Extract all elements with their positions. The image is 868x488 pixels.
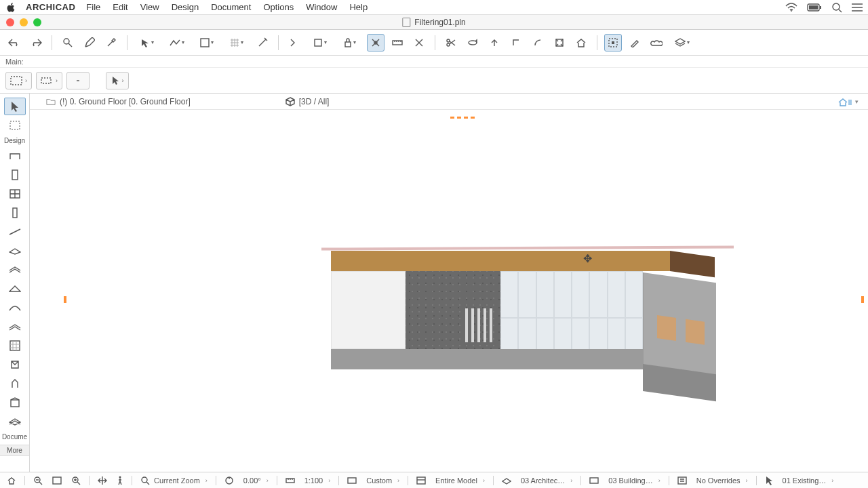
pen-button[interactable] xyxy=(81,34,98,52)
close-window[interactable] xyxy=(6,18,14,26)
model-button[interactable] xyxy=(414,474,429,487)
battery-icon[interactable] xyxy=(807,3,822,12)
frame-sel-tool[interactable] xyxy=(604,34,622,52)
eyedrop-button[interactable] xyxy=(102,34,120,52)
zoom-in-button[interactable] xyxy=(68,474,83,487)
menu-window[interactable]: Window xyxy=(306,2,337,12)
walk-button[interactable] xyxy=(114,474,126,487)
link-tool[interactable] xyxy=(66,72,90,89)
measure-tool[interactable] xyxy=(389,34,406,52)
expand-tool[interactable] xyxy=(551,34,568,52)
svg-rect-17 xyxy=(11,77,22,85)
menu-file[interactable]: File xyxy=(86,2,100,12)
marquee-tool[interactable] xyxy=(4,117,26,134)
layers-drop[interactable]: ▾ xyxy=(669,34,695,52)
beam-palette[interactable] xyxy=(4,223,26,241)
corner-tool[interactable] xyxy=(507,34,525,52)
mesh-palette[interactable] xyxy=(4,318,26,336)
orient-button[interactable] xyxy=(222,474,237,487)
house-icon[interactable] xyxy=(837,97,852,106)
overrides-button[interactable] xyxy=(675,474,690,487)
pencil-tool[interactable] xyxy=(626,34,644,52)
home-view-button[interactable] xyxy=(4,474,19,487)
cut-tool[interactable] xyxy=(410,34,428,52)
zone-palette[interactable] xyxy=(4,394,26,411)
architec-button[interactable] xyxy=(499,474,514,487)
arrow-tool[interactable] xyxy=(4,98,26,115)
cloud-tool[interactable] xyxy=(648,34,665,52)
view3d-tab[interactable]: [3D / All] xyxy=(299,97,330,106)
redo-button[interactable] xyxy=(27,34,45,52)
door-palette[interactable] xyxy=(4,166,26,184)
entire-field[interactable]: Entire Model› xyxy=(433,476,488,485)
menu-design[interactable]: Design xyxy=(172,2,199,12)
slab-palette[interactable] xyxy=(4,242,26,260)
up-tool[interactable] xyxy=(486,34,503,52)
floor-tab[interactable]: (!) 0. Ground Floor [0. Ground Floor] xyxy=(60,97,191,106)
pick-button[interactable] xyxy=(59,34,77,52)
angle-field[interactable]: 0.00°› xyxy=(241,476,271,485)
undo-button[interactable] xyxy=(5,34,23,52)
column-palette[interactable] xyxy=(4,204,26,222)
rect-mode-drop[interactable]: ▾ xyxy=(194,34,220,52)
mesh2-palette[interactable] xyxy=(4,413,26,430)
architec-field[interactable]: 03 Architec…› xyxy=(518,476,575,485)
svg-point-36 xyxy=(142,477,147,483)
stair-palette[interactable] xyxy=(4,261,26,279)
orbit-tool[interactable] xyxy=(464,34,481,52)
svg-rect-2 xyxy=(820,6,821,9)
roof-palette[interactable] xyxy=(4,280,26,298)
chevron-down-icon[interactable]: ▾ xyxy=(855,98,859,105)
zoom-field[interactable]: Current Zoom› xyxy=(138,476,210,485)
home-tool[interactable] xyxy=(572,34,590,52)
overrides-field[interactable]: No Overrides› xyxy=(694,476,751,485)
fit-button[interactable] xyxy=(50,474,64,487)
wifi-icon[interactable] xyxy=(785,3,797,12)
scale-button[interactable] xyxy=(283,474,298,487)
arc-tool[interactable] xyxy=(529,34,547,52)
line-mode-drop[interactable]: ▾ xyxy=(164,34,190,52)
scale-field[interactable]: 1:100› xyxy=(302,476,334,485)
overrides-value: No Overrides xyxy=(696,476,741,485)
lock-drop[interactable]: ▾ xyxy=(337,34,363,52)
display-button[interactable] xyxy=(344,474,359,487)
search-icon[interactable] xyxy=(831,2,842,13)
morph-palette[interactable] xyxy=(4,356,26,373)
window-palette[interactable] xyxy=(4,185,26,203)
svg-rect-40 xyxy=(417,477,425,484)
curtain-palette[interactable] xyxy=(4,337,26,354)
connection-tool[interactable] xyxy=(367,34,384,52)
menu-document[interactable]: Document xyxy=(211,2,251,12)
apple-icon[interactable] xyxy=(5,2,16,13)
breadcrumbs: (!) 0. Ground Floor [0. Ground Floor] [3… xyxy=(30,94,868,110)
viewport-3d[interactable]: ✥ xyxy=(30,110,868,472)
marquee-rect-tool[interactable]: › xyxy=(5,72,32,89)
building-button[interactable] xyxy=(587,474,601,487)
box-drop[interactable]: ▾ xyxy=(307,34,333,52)
menu-icon[interactable] xyxy=(852,3,863,12)
menu-help[interactable]: Help xyxy=(349,2,368,12)
zoom-out-button[interactable] xyxy=(31,474,45,487)
menubar: ARCHICAD File Edit View Design Document … xyxy=(0,0,868,15)
wand-button[interactable] xyxy=(254,34,271,52)
pan-button[interactable] xyxy=(95,474,110,487)
object-palette[interactable] xyxy=(4,375,26,392)
more-label[interactable]: More xyxy=(0,445,29,456)
grid-drop[interactable]: ▾ xyxy=(224,34,250,52)
shell-palette[interactable] xyxy=(4,299,26,317)
marquee-poly-tool[interactable]: › xyxy=(36,72,62,89)
wall-tool[interactable] xyxy=(285,34,303,52)
wall-palette[interactable] xyxy=(4,147,26,165)
menu-view[interactable]: View xyxy=(140,2,159,12)
existing-button[interactable] xyxy=(762,474,776,487)
building-field[interactable]: 03 Building…› xyxy=(606,476,663,485)
menu-edit[interactable]: Edit xyxy=(113,2,127,12)
minimize-window[interactable] xyxy=(20,18,28,26)
menu-options[interactable]: Options xyxy=(263,2,294,12)
custom-field[interactable]: Custom› xyxy=(363,476,402,485)
zoom-window[interactable] xyxy=(33,18,41,26)
arrow-mode-drop[interactable]: ▾ xyxy=(134,34,160,52)
cursor-mode[interactable]: › xyxy=(106,72,129,89)
existing-field[interactable]: 01 Existing…› xyxy=(780,476,837,485)
scissor-tool[interactable] xyxy=(442,34,460,52)
